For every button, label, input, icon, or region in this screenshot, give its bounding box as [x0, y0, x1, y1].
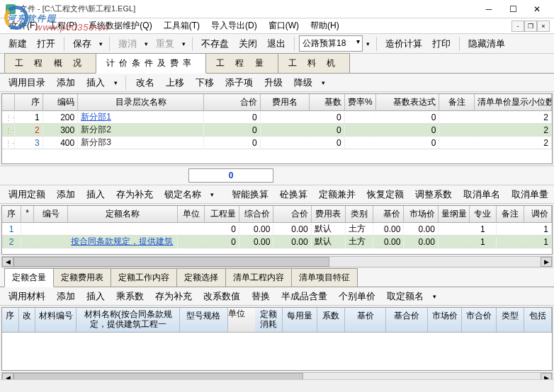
scroll-left-button[interactable]: ◀ [2, 257, 13, 267]
maximize-button[interactable]: ☐ [502, 2, 524, 16]
menu-import[interactable]: 导入导出(D) [205, 18, 263, 33]
insert-quota-button[interactable]: 插入 [82, 186, 109, 203]
load-quota-button[interactable]: 调用定额 [4, 186, 50, 203]
smart-button[interactable]: 智能换算 [227, 186, 273, 203]
main-toolbar: 新建 打开 保存 ▾ 撤消 ▾ 重复 ▾ 不存盘 关闭 退出 公路预算18 ▾ … [0, 34, 554, 54]
half-button[interactable]: 半成品含量 [277, 288, 332, 305]
savebc-mat-button[interactable]: 存为补充 [151, 288, 196, 305]
upgrade-button[interactable]: 升级 [260, 74, 287, 91]
table-row[interactable]: ⋮⋯2300新分部20002 [2, 124, 552, 137]
col-seq[interactable]: 序 [15, 94, 43, 110]
tab-quantity[interactable]: 工 程 量 [205, 53, 278, 73]
close-button[interactable]: ✕ [526, 2, 548, 16]
multiply-button[interactable]: 乘系数 [112, 288, 148, 305]
budget-combo[interactable]: 公路预算18 [299, 35, 363, 52]
rename-button[interactable]: 改名 [132, 74, 159, 91]
formula-input[interactable]: 0 [188, 168, 273, 183]
mdi-minimize[interactable]: - [511, 21, 524, 32]
downgrade-button[interactable]: 降级 [290, 74, 317, 91]
col-feename[interactable]: 费用名 [261, 94, 310, 110]
save-button[interactable]: 保存 [69, 35, 96, 52]
lock-button[interactable]: 锁定名称 [160, 186, 205, 203]
restore-button[interactable]: 恢复定额 [363, 186, 408, 203]
col-remark[interactable]: 备注 [439, 94, 475, 110]
insert-dropdown[interactable]: ▾ [112, 79, 120, 86]
tab-select[interactable]: 定额选择 [176, 268, 226, 287]
print-button[interactable]: 打印 [428, 35, 455, 52]
nosave-button[interactable]: 不存盘 [197, 35, 233, 52]
table-row[interactable]: 100.000.00默认土方0.000.0011 [2, 223, 552, 236]
col-expr[interactable]: 基数表达式 [376, 94, 439, 110]
new-button[interactable]: 新建 [4, 35, 31, 52]
titlebar: 文件 - [C:\工程文件\新工程1.EGL] ─ ☐ ✕ [0, 0, 554, 18]
col-sum[interactable]: 合价 [204, 94, 260, 110]
moveup-button[interactable]: 上移 [162, 74, 188, 91]
col-base[interactable]: 基数 [310, 94, 345, 110]
movedown-button[interactable]: 下移 [191, 74, 218, 91]
add-quota-button[interactable]: 添加 [52, 186, 79, 203]
add-button[interactable]: 添加 [52, 74, 79, 91]
window-title: 文件 - [C:\工程文件\新工程1.EGL] [20, 4, 477, 14]
directory-grid[interactable]: 序 编码 目录层次名称 合价 费用名 基数 费率% 基数表达式 备注 清单单价显… [1, 93, 553, 164]
col-decimals[interactable]: 清单单价显示小位数 [475, 94, 552, 110]
col-rate[interactable]: 费率% [345, 94, 377, 110]
col-code[interactable]: 编码 [43, 94, 79, 110]
merge-button[interactable]: 定额兼并 [315, 186, 360, 203]
quota-hscroll[interactable]: ◀ ▶ [1, 256, 553, 267]
load-dir-button[interactable]: 调用目录 [4, 74, 50, 91]
tab-overview[interactable]: 工 程 概 况 [4, 53, 96, 73]
indiv-button[interactable]: 个别单价 [334, 288, 380, 305]
closefile-button[interactable]: 关闭 [234, 35, 261, 52]
menu-project[interactable]: 工程(P) [43, 18, 83, 33]
adjust-button[interactable]: 调整系数 [411, 186, 456, 203]
lock-dropdown[interactable]: ▾ [208, 191, 216, 198]
add-mat-button[interactable]: 添加 [52, 288, 79, 305]
menu-window[interactable]: 窗口(W) [263, 18, 305, 33]
insert-button[interactable]: 插入 [82, 74, 109, 91]
table-row[interactable]: 2按合同条款规定，提供建筑00.000.00默认土方0.000.0011 [2, 236, 552, 248]
menu-file[interactable]: 文件(F) [4, 18, 43, 33]
hidelist-button[interactable]: 隐藏清单 [464, 35, 509, 52]
undo-button[interactable]: 撤消 [114, 35, 141, 52]
tab-fee[interactable]: 定额费用表 [53, 268, 111, 287]
redo-dropdown[interactable]: ▾ [180, 40, 188, 47]
tab-material[interactable]: 工 料 机 [278, 53, 351, 73]
getname-button[interactable]: 取定额名 [383, 288, 428, 305]
open-button[interactable]: 打开 [33, 35, 60, 52]
mdi-restore[interactable]: ❐ [524, 21, 537, 32]
scroll-right-button[interactable]: ▶ [541, 257, 552, 267]
insert-mat-button[interactable]: 插入 [82, 288, 109, 305]
replace-button[interactable]: 替换 [247, 288, 274, 305]
addchild-button[interactable]: 添子项 [221, 74, 257, 91]
editval-button[interactable]: 改系数值 [199, 288, 244, 305]
table-row[interactable]: ⋮⋯3400新分部30002 [2, 137, 552, 149]
cancel-name-button[interactable]: 取消单名 [459, 186, 504, 203]
minimize-button[interactable]: ─ [477, 2, 500, 16]
concrete-button[interactable]: 砼换算 [276, 186, 312, 203]
calc-button[interactable]: 造价计算 [381, 35, 426, 52]
menu-toolbox[interactable]: 工具箱(T) [158, 18, 205, 33]
tab-listwork[interactable]: 清单工程内容 [225, 268, 292, 287]
cancel-qty-button[interactable]: 取消单量 [507, 186, 553, 203]
menu-help[interactable]: 帮助(H) [305, 18, 345, 33]
mat-dropdown[interactable]: ▾ [431, 293, 439, 300]
material-grid[interactable]: 序 改 材料编号 材料名称(按合同条款规定，提供建筑工程一 型号规格 单位 定额… [1, 307, 553, 371]
mdi-close[interactable]: × [537, 21, 550, 32]
redo-button[interactable]: 重复 [152, 35, 179, 52]
col-name[interactable]: 目录层次名称 [78, 94, 204, 110]
budget-dropdown[interactable]: ▾ [364, 40, 372, 47]
save-dropdown[interactable]: ▾ [97, 40, 105, 47]
sub-tabstrip: 定额含量 定额费用表 定额工作内容 定额选择 清单工程内容 清单项目特征 [0, 269, 554, 287]
tab-pricing[interactable]: 计价条件及费率 [96, 53, 206, 74]
undo-dropdown[interactable]: ▾ [142, 40, 150, 47]
load-mat-button[interactable]: 调用材料 [4, 288, 50, 305]
level-dropdown[interactable]: ▾ [320, 79, 327, 86]
tab-content[interactable]: 定额含量 [4, 268, 54, 287]
exit-button[interactable]: 退出 [263, 35, 290, 52]
quota-grid[interactable]: 序 * 编号 定额名称 单位 工程量 综合价 合价 费用表 类别 基价 市场价 … [1, 205, 553, 255]
savebc-button[interactable]: 存为补充 [112, 186, 157, 203]
tab-feature[interactable]: 清单项目特征 [291, 268, 358, 287]
menu-sysdata[interactable]: 系统数据维护(Q) [83, 18, 157, 33]
table-row[interactable]: ⋮⋯1200新分部10002 [2, 111, 552, 124]
tab-work[interactable]: 定额工作内容 [111, 268, 177, 287]
